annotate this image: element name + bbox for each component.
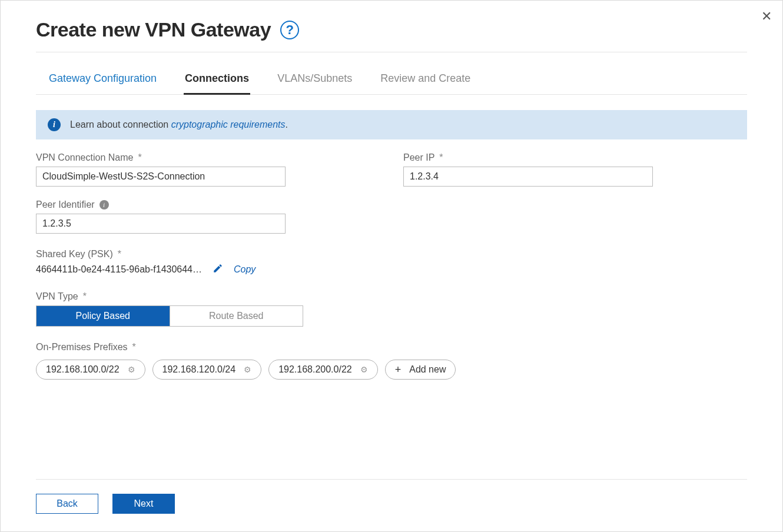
vpn-connection-name-input[interactable] [36,167,286,187]
info-banner-lead: Learn about connection [70,119,171,129]
page-title: Create new VPN Gateway ? [36,18,747,41]
pencil-icon[interactable] [213,263,223,276]
gear-icon[interactable]: ⚙ [244,365,251,374]
prefix-chip-label: 192.168.100.0/22 [46,364,120,375]
create-vpn-gateway-panel: ✕ Create new VPN Gateway ? Gateway Confi… [0,0,783,532]
info-banner-tail: . [286,119,288,129]
next-button[interactable]: Next [112,494,175,514]
page-title-text: Create new VPN Gateway [36,18,271,41]
add-prefix-button[interactable]: + Add new [385,360,456,380]
label-vpn-type: VPN Type [36,291,78,302]
vpn-type-route-based[interactable]: Route Based [170,306,303,326]
tab-gateway-configuration[interactable]: Gateway Configuration [48,66,158,94]
vpn-type-toggle: Policy Based Route Based [36,305,303,327]
vpn-type-policy-based[interactable]: Policy Based [37,306,170,326]
label-shared-key: Shared Key (PSK) [36,249,113,260]
tab-vlans-subnets[interactable]: VLANs/Subnets [276,66,353,94]
divider [36,479,747,480]
tab-connections[interactable]: Connections [184,66,250,95]
gear-icon[interactable]: ⚙ [128,365,135,374]
copy-psk-link[interactable]: Copy [234,264,256,275]
info-icon[interactable]: i [99,200,109,210]
label-vpn-connection-name: VPN Connection Name [36,152,133,163]
prefix-chip-label: 192.168.200.0/22 [278,364,352,375]
plus-icon: + [395,364,402,376]
add-prefix-label: Add new [409,364,446,375]
required-marker: * [132,342,136,353]
required-marker: * [118,249,121,260]
help-icon[interactable]: ? [280,21,299,39]
peer-ip-input[interactable] [403,167,653,187]
label-peer-identifier: Peer Identifier [36,200,95,210]
field-onprem-prefixes: On-Premises Prefixes * 192.168.100.0/22 … [36,342,747,380]
field-peer-identifier: Peer Identifier i [36,200,747,234]
prefix-chip[interactable]: 192.168.100.0/22 ⚙ [36,360,145,380]
prefix-chip-label: 192.168.120.0/24 [162,364,236,375]
crypto-requirements-link[interactable]: cryptographic requirements [171,119,286,129]
required-marker: * [83,291,87,302]
field-vpn-connection-name: VPN Connection Name * [36,152,286,187]
info-banner-text: Learn about connection cryptographic req… [70,119,288,130]
wizard-footer: Back Next [36,479,747,514]
field-vpn-type: VPN Type * Policy Based Route Based [36,291,747,327]
required-marker: * [138,152,141,163]
gear-icon[interactable]: ⚙ [360,365,368,374]
divider [36,52,747,52]
info-banner: i Learn about connection cryptographic r… [36,110,747,139]
close-icon[interactable]: ✕ [761,9,772,24]
label-peer-ip: Peer IP [403,152,434,163]
label-onprem-prefixes: On-Premises Prefixes [36,342,128,353]
required-marker: * [439,152,443,163]
prefix-chip[interactable]: 192.168.120.0/24 ⚙ [152,360,262,380]
wizard-tabs: Gateway Configuration Connections VLANs/… [36,66,747,95]
prefix-chip[interactable]: 192.168.200.0/22 ⚙ [268,360,378,380]
info-icon: i [48,118,61,131]
peer-identifier-input[interactable] [36,214,286,234]
field-peer-ip: Peer IP * [403,152,653,187]
back-button[interactable]: Back [36,494,98,514]
tab-review-create[interactable]: Review and Create [379,66,472,94]
shared-key-value: 4664411b-0e24-4115-96ab-f1430644… [36,264,202,275]
field-shared-key: Shared Key (PSK) * 4664411b-0e24-4115-96… [36,249,747,276]
connections-form: VPN Connection Name * Peer IP * Peer Ide… [36,152,747,380]
